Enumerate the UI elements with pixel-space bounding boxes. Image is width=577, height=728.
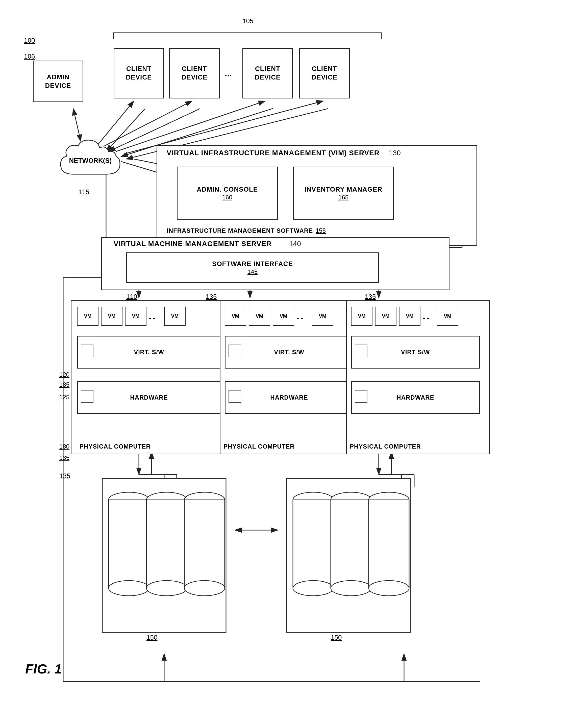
- vim-server-label: VIRTUAL INFRASTRUCTURE MANAGEMENT (VIM) …: [167, 149, 379, 157]
- admin-console-label: ADMIN. CONSOLE: [197, 185, 258, 193]
- vm-pc1-4: VM: [164, 307, 185, 326]
- svg-rect-50: [108, 500, 149, 588]
- software-interface-label: SOFTWARE INTERFACE: [212, 260, 293, 267]
- vm-pc1-1: VM: [77, 307, 99, 326]
- ref-110: 110: [126, 293, 137, 301]
- virt-sw-pc2-label: VIRT. S/W: [274, 348, 304, 356]
- virt-sw-pc3-icon: [355, 344, 368, 357]
- virt-sw-pc3-box: VIRT S/W: [351, 336, 480, 368]
- vm-pc1-dots: - -: [149, 314, 155, 322]
- hardware-pc2-icon: [228, 390, 241, 402]
- vm-pc2-4: VM: [312, 307, 333, 326]
- admin-device-box: ADMIN DEVICE: [33, 60, 83, 102]
- svg-point-72: [331, 580, 371, 596]
- svg-rect-60: [184, 500, 225, 588]
- ref-100: 100: [24, 36, 35, 45]
- hardware-pc1-icon: [81, 390, 94, 402]
- ref-160: 160: [222, 194, 232, 201]
- vm-pc1-3: VM: [125, 307, 147, 326]
- hardware-pc2-box: HARDWARE: [225, 381, 353, 414]
- ref-140: 140: [289, 240, 301, 248]
- client-device-4-box: CLIENT DEVICE: [299, 48, 350, 99]
- vm-mgmt-server-label: VIRTUAL MACHINE MANAGEMENT SERVER: [114, 240, 272, 248]
- vm-pc1-2: VM: [101, 307, 123, 326]
- client-device-4-label: CLIENT DEVICE: [311, 64, 337, 82]
- svg-rect-71: [331, 500, 371, 588]
- infra-mgmt-software-label: INFRASTRUCTURE MANAGEMENT SOFTWARE: [167, 227, 313, 234]
- ref-105: 105: [243, 17, 253, 25]
- hardware-pc1-label: HARDWARE: [130, 393, 168, 401]
- hardware-pc3-label: HARDWARE: [397, 393, 434, 401]
- svg-point-67: [293, 580, 333, 596]
- hardware-pc3-box: HARDWARE: [351, 381, 480, 414]
- storage-2: [285, 477, 411, 633]
- pc1-label: PHYSICAL COMPUTER: [79, 443, 151, 450]
- ref-155: 155: [316, 227, 326, 234]
- vm-pc3-4: VM: [437, 307, 458, 326]
- ref-150-1: 150: [147, 633, 157, 642]
- pc3-label: PHYSICAL COMPUTER: [350, 443, 421, 450]
- pc2-label: PHYSICAL COMPUTER: [224, 443, 295, 450]
- hardware-pc2-label: HARDWARE: [270, 393, 308, 401]
- client-device-3-box: CLIENT DEVICE: [243, 48, 293, 99]
- ref-135-1: 135: [59, 454, 70, 462]
- vm-pc3-2: VM: [375, 307, 397, 326]
- client-devices-dots: ...: [225, 68, 232, 78]
- vm-pc2-2: VM: [249, 307, 270, 326]
- vm-pc2-1: VM: [225, 307, 246, 326]
- virt-sw-pc2-box: VIRT. S/W: [225, 336, 353, 368]
- client-device-1-box: CLIENT DEVICE: [114, 48, 164, 99]
- client-device-2-label: CLIENT DEVICE: [181, 64, 207, 82]
- svg-point-61: [184, 580, 225, 596]
- svg-point-51: [108, 580, 149, 596]
- hardware-pc1-box: HARDWARE: [77, 381, 221, 414]
- svg-point-77: [369, 580, 409, 596]
- svg-rect-76: [369, 500, 409, 588]
- software-interface-box: SOFTWARE INTERFACE 145: [126, 253, 379, 283]
- vm-pc3-3: VM: [399, 307, 421, 326]
- client-device-1-label: CLIENT DEVICE: [126, 64, 152, 82]
- storage-1: [101, 477, 227, 633]
- admin-device-label: ADMIN DEVICE: [45, 73, 71, 90]
- ref-115: 115: [78, 188, 89, 196]
- client-device-3-label: CLIENT DEVICE: [255, 64, 281, 82]
- client-device-2-box: CLIENT DEVICE: [169, 48, 220, 99]
- hardware-pc3-icon: [355, 390, 368, 402]
- admin-console-box: ADMIN. CONSOLE 160: [177, 166, 278, 219]
- ref-125: 125: [59, 394, 70, 401]
- vm-pc2-dots: - -: [297, 314, 303, 322]
- network-cloud-svg: NETWORK(S): [50, 131, 131, 187]
- diagram-container: 100 106 ADMIN DEVICE 105 CLIENT DEVICE C…: [0, 0, 577, 728]
- ref-120: 120: [59, 371, 70, 378]
- inventory-manager-label: INVENTORY MANAGER: [304, 185, 382, 193]
- svg-text:NETWORK(S): NETWORK(S): [69, 157, 112, 164]
- svg-rect-66: [293, 500, 333, 588]
- virt-sw-pc1-label: VIRT. S/W: [134, 348, 164, 356]
- svg-rect-55: [147, 500, 187, 588]
- ref-130: 130: [389, 149, 401, 157]
- ref-185: 185: [59, 381, 70, 388]
- svg-point-56: [147, 580, 187, 596]
- fig-label: FIG. 1: [25, 661, 61, 676]
- ref-165: 165: [338, 194, 349, 201]
- vm-pc2-3: VM: [273, 307, 294, 326]
- svg-line-8: [116, 101, 265, 152]
- ref-145: 145: [248, 268, 257, 275]
- ref-135-2: 135: [206, 293, 217, 301]
- ref-135-4: 135: [59, 472, 70, 480]
- ref-180: 180: [59, 443, 70, 450]
- virt-sw-pc2-icon: [228, 344, 241, 357]
- virt-sw-pc1-box: VIRT. S/W: [77, 336, 221, 368]
- inventory-manager-box: INVENTORY MANAGER 165: [293, 166, 394, 219]
- virt-sw-pc1-icon: [81, 344, 94, 357]
- vm-pc3-dots: - -: [423, 314, 429, 322]
- virt-sw-pc3-label: VIRT S/W: [401, 348, 430, 356]
- ref-150-2: 150: [331, 633, 342, 642]
- ref-135-3: 135: [365, 293, 376, 301]
- vm-pc3-1: VM: [351, 307, 373, 326]
- ref-106: 106: [24, 52, 35, 60]
